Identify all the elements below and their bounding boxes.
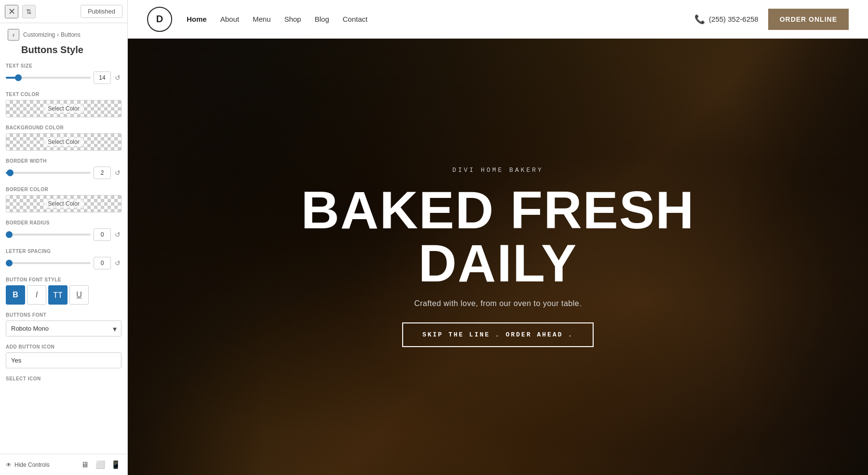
hero-title-line2: DAILY bbox=[301, 237, 695, 290]
buttons-font-label: BUTTONS FONT bbox=[6, 312, 122, 318]
bottom-bar: 👁 Hide Controls 🖥 ⬜ 📱 bbox=[0, 454, 127, 475]
bg-color-swatch[interactable]: Select Color bbox=[6, 133, 122, 151]
font-style-control: BUTTON FONT STYLE B I TT U bbox=[6, 277, 122, 305]
font-style-bold[interactable]: B bbox=[6, 285, 25, 305]
border-radius-row: 0 ↺ bbox=[6, 228, 122, 241]
eye-icon: 👁 bbox=[6, 461, 12, 468]
letter-spacing-row: 0 ↺ bbox=[6, 257, 122, 269]
text-color-control: TEXT COLOR Select Color bbox=[6, 92, 122, 117]
hero-cta-button[interactable]: SKIP THE LINE . ORDER AHEAD . bbox=[402, 322, 594, 347]
text-color-label: TEXT COLOR bbox=[6, 92, 122, 97]
published-button[interactable]: Published bbox=[81, 5, 122, 18]
font-select[interactable]: Roboto Mono bbox=[6, 321, 122, 336]
nav-right: 📞 (255) 352-6258 ORDER ONLINE bbox=[694, 9, 849, 30]
select-icon-control: SELECT ICON bbox=[6, 376, 122, 381]
border-radius-control: BORDER RADIUS 0 ↺ bbox=[6, 220, 122, 241]
border-color-swatch[interactable]: Select Color bbox=[6, 195, 122, 212]
hide-controls-button[interactable]: 👁 Hide Controls bbox=[6, 461, 50, 468]
hero-content: DIVI HOME BAKERY BAKED FRESH DAILY Craft… bbox=[301, 167, 695, 347]
letter-spacing-value[interactable]: 0 bbox=[94, 257, 111, 269]
border-radius-label: BORDER RADIUS bbox=[6, 220, 122, 225]
text-size-control: TEXT SIZE 14 ↺ bbox=[6, 63, 122, 84]
font-select-wrapper: Roboto Mono bbox=[6, 321, 122, 336]
close-button[interactable]: ✕ bbox=[5, 5, 18, 18]
breadcrumb-section: ‹ Customizing › Buttons bbox=[0, 23, 127, 42]
hide-controls-label: Hide Controls bbox=[14, 461, 50, 468]
text-size-reset[interactable]: ↺ bbox=[114, 74, 122, 82]
device-icons: 🖥 ⬜ 📱 bbox=[79, 459, 122, 471]
border-radius-slider[interactable] bbox=[6, 234, 91, 236]
panel-content: TEXT SIZE 14 ↺ TEXT COLOR Select Color B… bbox=[0, 63, 127, 454]
preview-panel: D Home About Menu Shop Blog Contact 📞 (2… bbox=[128, 0, 868, 475]
bg-color-select-label: Select Color bbox=[44, 138, 83, 146]
bg-color-control: BACKGROUND COLOR Select Color bbox=[6, 125, 122, 151]
border-color-control: BORDER COLOR Select Color bbox=[6, 187, 122, 212]
font-style-underline[interactable]: U bbox=[69, 285, 89, 305]
nav-links: Home About Menu Shop Blog Contact bbox=[187, 15, 694, 23]
close-icon: ✕ bbox=[8, 6, 15, 17]
hero-title-line1: BAKED FRESH bbox=[301, 183, 695, 237]
letter-spacing-slider[interactable] bbox=[6, 262, 91, 264]
swap-icon: ⇅ bbox=[26, 8, 32, 15]
border-radius-reset[interactable]: ↺ bbox=[114, 231, 122, 238]
text-color-swatch[interactable]: Select Color bbox=[6, 100, 122, 117]
font-style-italic[interactable]: I bbox=[27, 285, 46, 305]
nav-about[interactable]: About bbox=[220, 15, 239, 23]
text-size-label: TEXT SIZE bbox=[6, 63, 122, 69]
text-size-slider[interactable] bbox=[6, 77, 91, 79]
back-button[interactable]: ‹ bbox=[8, 29, 19, 41]
phone-icon: 📞 bbox=[694, 14, 705, 25]
mobile-icon[interactable]: 📱 bbox=[110, 459, 122, 471]
site-logo: D bbox=[147, 7, 172, 32]
font-style-label: BUTTON FONT STYLE bbox=[6, 277, 122, 282]
order-online-button[interactable]: ORDER ONLINE bbox=[768, 9, 849, 30]
border-width-reset[interactable]: ↺ bbox=[114, 169, 122, 177]
border-width-control: BORDER WIDTH 2 ↺ bbox=[6, 158, 122, 179]
phone-area: 📞 (255) 352-6258 bbox=[694, 14, 759, 25]
desktop-icon[interactable]: 🖥 bbox=[79, 459, 91, 471]
border-color-label: BORDER COLOR bbox=[6, 187, 122, 192]
border-width-slider[interactable] bbox=[6, 172, 91, 174]
left-panel: ✕ ⇅ Published ‹ Customizing › Buttons Bu… bbox=[0, 0, 128, 475]
nav-bar: D Home About Menu Shop Blog Contact 📞 (2… bbox=[128, 0, 868, 39]
breadcrumb-child[interactable]: Buttons bbox=[61, 31, 81, 38]
font-style-tt[interactable]: TT bbox=[48, 285, 68, 305]
text-size-row: 14 ↺ bbox=[6, 71, 122, 84]
hero-section: DIVI HOME BAKERY BAKED FRESH DAILY Craft… bbox=[128, 39, 868, 475]
add-button-icon-input[interactable] bbox=[6, 352, 122, 368]
letter-spacing-control: LETTER SPACING 0 ↺ bbox=[6, 249, 122, 269]
page-title: Buttons Style bbox=[0, 42, 127, 63]
text-color-select-label: Select Color bbox=[44, 104, 83, 113]
tablet-icon[interactable]: ⬜ bbox=[95, 459, 106, 471]
select-icon-label: SELECT ICON bbox=[6, 376, 122, 381]
breadcrumb-separator: › bbox=[57, 31, 59, 38]
nav-shop[interactable]: Shop bbox=[284, 15, 301, 23]
letter-spacing-reset[interactable]: ↺ bbox=[114, 259, 122, 267]
font-style-row: B I TT U bbox=[6, 285, 122, 305]
back-icon: ‹ bbox=[13, 31, 15, 39]
top-bar: ✕ ⇅ Published bbox=[0, 0, 127, 23]
hero-description: Crafted with love, from our oven to your… bbox=[414, 299, 582, 308]
add-button-icon-control: ADD BUTTON ICON bbox=[6, 344, 122, 368]
hero-subtitle: DIVI HOME BAKERY bbox=[452, 167, 543, 174]
border-width-row: 2 ↺ bbox=[6, 167, 122, 179]
border-width-value[interactable]: 2 bbox=[94, 167, 111, 179]
breadcrumb-parent[interactable]: Customizing bbox=[23, 31, 55, 38]
nav-blog[interactable]: Blog bbox=[314, 15, 329, 23]
nav-menu[interactable]: Menu bbox=[253, 15, 271, 23]
hero-title: BAKED FRESH DAILY bbox=[301, 183, 695, 290]
buttons-font-control: BUTTONS FONT Roboto Mono bbox=[6, 312, 122, 336]
phone-number: (255) 352-6258 bbox=[709, 15, 759, 23]
nav-home[interactable]: Home bbox=[187, 15, 207, 23]
nav-contact[interactable]: Contact bbox=[343, 15, 368, 23]
text-size-value[interactable]: 14 bbox=[94, 71, 111, 84]
border-radius-value[interactable]: 0 bbox=[94, 228, 111, 241]
add-button-icon-label: ADD BUTTON ICON bbox=[6, 344, 122, 349]
swap-button[interactable]: ⇅ bbox=[22, 5, 36, 18]
letter-spacing-label: LETTER SPACING bbox=[6, 249, 122, 254]
bg-color-label: BACKGROUND COLOR bbox=[6, 125, 122, 130]
border-color-select-label: Select Color bbox=[44, 199, 83, 208]
border-width-label: BORDER WIDTH bbox=[6, 158, 122, 164]
